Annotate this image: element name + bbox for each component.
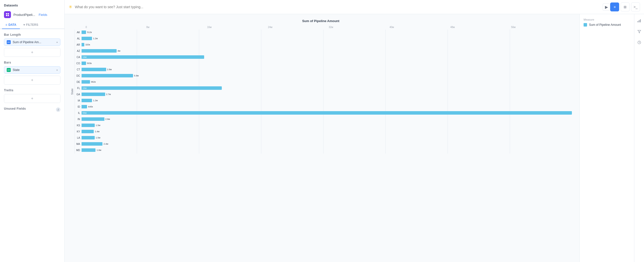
bar-value: 962к bbox=[91, 81, 96, 83]
trellis-add-button[interactable]: + bbox=[4, 94, 60, 103]
bar-track: 2.8м bbox=[82, 68, 572, 71]
bar-fill: 16м bbox=[82, 86, 222, 90]
unused-fields-row: Unused Fields i bbox=[4, 107, 60, 112]
bar-label: IA bbox=[74, 99, 82, 102]
bar-row: AR320к bbox=[74, 42, 572, 47]
bar-value: 56м bbox=[82, 112, 86, 114]
x-tick-6: 48м bbox=[450, 26, 511, 28]
bar-label: IL bbox=[74, 112, 82, 114]
bar-row: ID640к bbox=[74, 104, 572, 109]
svg-rect-0 bbox=[6, 13, 7, 14]
legend-item: Sum of Pipeline Amount bbox=[584, 23, 630, 26]
grid-view-button[interactable]: ⊞ bbox=[621, 2, 630, 11]
tab-filters[interactable]: ▾ FILTERS bbox=[20, 21, 42, 29]
main-content: ✳ ▶ ≡ ⊞ >_ Sum of Pipeline Amount 0 8м bbox=[65, 0, 644, 262]
bar-row: IL56м bbox=[74, 110, 572, 116]
legend-color-swatch bbox=[584, 23, 587, 26]
bar-label: AL bbox=[74, 37, 82, 40]
bar-track: 1.2м bbox=[82, 37, 572, 40]
bar-length-field[interactable]: Sum of Pipeline Am... ▾ bbox=[4, 38, 60, 46]
svg-rect-3 bbox=[8, 15, 9, 16]
code-view-button[interactable]: >_ bbox=[631, 2, 640, 11]
bars-field[interactable]: State ▾ bbox=[4, 66, 60, 74]
bar-row: AL1.2м bbox=[74, 36, 572, 41]
bar-row: MD1.6м bbox=[74, 147, 572, 153]
bar-length-text: Sum of Pipeline Am... bbox=[13, 40, 54, 44]
product-name: ProductPipeli... bbox=[14, 13, 35, 17]
tab-data[interactable]: ≡ DATA bbox=[2, 21, 20, 29]
bar-label: CA bbox=[74, 56, 82, 59]
bar-track: 1.6м bbox=[82, 148, 572, 152]
y-axis-label: State bbox=[70, 29, 74, 153]
chart-type-button[interactable] bbox=[636, 17, 643, 24]
bar-track: 4м bbox=[82, 49, 572, 53]
bar-value: 16м bbox=[82, 87, 86, 89]
bar-row: AK512к bbox=[74, 29, 572, 35]
grid-icon: ⊞ bbox=[624, 5, 626, 9]
bar-track: 5.9м bbox=[82, 74, 572, 77]
right-toolbar bbox=[634, 14, 644, 262]
bar-fill bbox=[82, 49, 116, 53]
chart-view-button[interactable]: ≡ bbox=[610, 2, 619, 11]
x-tick-0: 0 bbox=[86, 26, 146, 28]
bar-value: 512к bbox=[87, 31, 92, 33]
bar-row: FL16м bbox=[74, 85, 572, 91]
bar-fill bbox=[82, 136, 95, 139]
bar-value: 320к bbox=[85, 43, 90, 46]
bar-fill bbox=[82, 43, 84, 46]
run-button[interactable]: ▶ bbox=[603, 3, 610, 11]
svg-rect-2 bbox=[6, 15, 7, 16]
bar-value: 1.2м bbox=[93, 37, 98, 40]
bar-fill bbox=[82, 74, 133, 77]
bar-row: AZ4м bbox=[74, 48, 572, 54]
bar-track: 2.7м bbox=[82, 93, 572, 96]
bar-length-add-button[interactable]: + bbox=[4, 48, 60, 57]
x-tick-3: 24м bbox=[268, 26, 329, 28]
history-button[interactable] bbox=[636, 39, 643, 46]
svg-rect-10 bbox=[640, 19, 641, 22]
bars-text: State bbox=[13, 68, 54, 72]
product-icon bbox=[4, 11, 11, 18]
bar-fill bbox=[82, 93, 105, 96]
bar-fill bbox=[82, 68, 106, 71]
bar-track: 1.5м bbox=[82, 136, 572, 139]
bar-fill: 56м bbox=[82, 111, 572, 115]
search-input[interactable] bbox=[75, 5, 600, 9]
bar-track: 320к bbox=[82, 43, 572, 46]
header-actions: ≡ ⊞ >_ bbox=[610, 2, 640, 11]
bar-label: CT bbox=[74, 68, 82, 71]
bar-row: IN2.6м bbox=[74, 116, 572, 122]
search-area: ✳ ▶ bbox=[69, 3, 610, 11]
bar-row: IA1.2м bbox=[74, 98, 572, 103]
fields-link[interactable]: Fields bbox=[38, 13, 47, 17]
main-header: ✳ ▶ ≡ ⊞ >_ bbox=[65, 0, 644, 14]
bar-length-label: Bar Length bbox=[4, 33, 60, 36]
chart-title: Sum of Pipeline Amount bbox=[70, 19, 572, 23]
bar-label: AR bbox=[74, 43, 82, 46]
bar-track: 1.4м bbox=[82, 130, 572, 133]
filter-button[interactable] bbox=[636, 28, 643, 35]
bar-track: 503к bbox=[82, 62, 572, 65]
chart-container: Sum of Pipeline Amount 0 8м 16м 24м 32м … bbox=[65, 14, 644, 262]
bar-track: 2.6м bbox=[82, 117, 572, 121]
bar-label: KS bbox=[74, 124, 82, 127]
bar-fill bbox=[82, 30, 86, 34]
bar-row: DC5.9м bbox=[74, 73, 572, 78]
bars-add-button[interactable]: + bbox=[4, 76, 60, 85]
info-icon[interactable]: i bbox=[56, 108, 60, 112]
legend-item-label: Sum of Pipeline Amount bbox=[589, 23, 621, 26]
bar-value: 2.7м bbox=[106, 93, 111, 96]
datasets-label: Datasets bbox=[0, 0, 64, 10]
chart-area: Sum of Pipeline Amount 0 8м 16м 24м 32м … bbox=[65, 14, 579, 262]
bar-label: DE bbox=[74, 81, 82, 83]
bar-fill bbox=[82, 105, 87, 109]
bar-fill: 14м bbox=[82, 55, 204, 59]
bars-label: Bars bbox=[4, 61, 60, 64]
bars-container: AK512кAL1.2мAR320кAZ4мCA14мCO503кCT2.8мD… bbox=[74, 29, 572, 153]
bar-length-chevron: ▾ bbox=[56, 41, 58, 44]
bar-fill bbox=[82, 117, 104, 121]
bar-track: 1.5м bbox=[82, 124, 572, 127]
bar-label: FL bbox=[74, 87, 82, 90]
bar-value: 14м bbox=[82, 56, 86, 58]
bar-label: MD bbox=[74, 149, 82, 152]
